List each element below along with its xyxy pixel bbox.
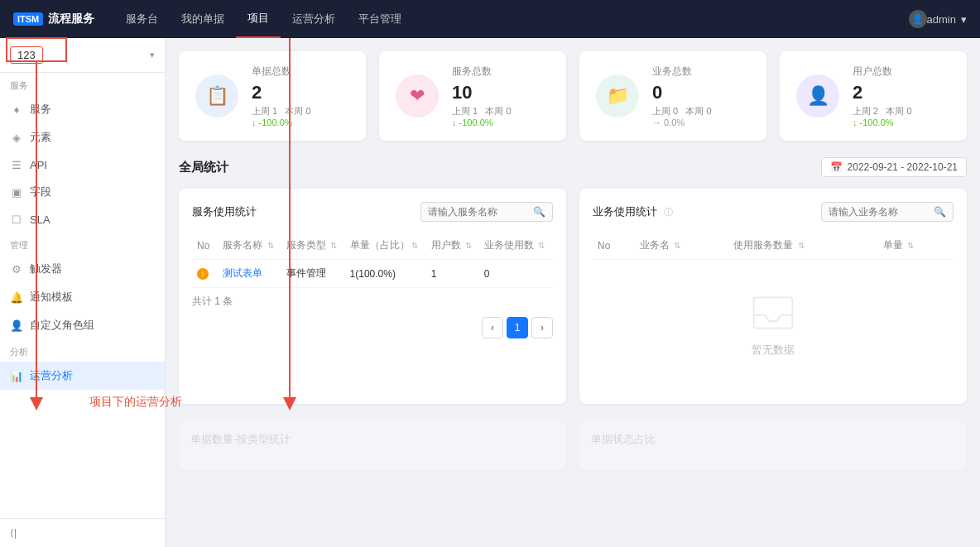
service-search-icon: 🔍 [533, 206, 545, 218]
col-ticket-volume[interactable]: 单量 ⇅ [878, 232, 954, 260]
collapse-button[interactable]: ⟨| [10, 527, 155, 539]
sidebar-item-operations-analysis[interactable]: 📊 运营分析 [0, 362, 165, 390]
user-icon: 👤 [909, 10, 927, 28]
notify-icon: 🔔 [10, 290, 23, 304]
nav-right: 👤 admin ▾ [909, 10, 967, 28]
col-no: No [192, 232, 218, 260]
cell-no: i [192, 260, 218, 288]
sidebar-item-triggers[interactable]: ⚙ 触发器 [0, 255, 165, 283]
service-table-header: 服务使用统计 🔍 [192, 202, 553, 222]
sidebar-item-triggers-label: 触发器 [30, 262, 62, 276]
sidebar-item-api-label: API [30, 159, 47, 171]
nav-item-project[interactable]: 项目 [236, 0, 281, 38]
col-business-name[interactable]: 业务名 ⇅ [635, 232, 729, 260]
top-nav: ITSM 流程服务 服务台 我的单据 项目 运营分析 平台管理 👤 admin … [0, 0, 980, 38]
col-service-name[interactable]: 服务名称 ⇅ [218, 232, 281, 260]
sidebar-item-fields[interactable]: ▣ 字段 [0, 178, 165, 206]
sidebar-item-operations-analysis-label: 运营分析 [30, 368, 73, 383]
business-table-tooltip-icon: ⓘ [664, 207, 673, 217]
stat-card-services: ❤ 服务总数 10 上周 1 本周 0 ↓ -100.0% [379, 51, 566, 141]
business-icon: 📁 [596, 74, 639, 118]
services-label: 服务总数 [452, 65, 512, 79]
info-icon: i [197, 268, 209, 280]
nav-item-platform[interactable]: 平台管理 [347, 0, 413, 38]
cell-business-usage: 0 [479, 260, 553, 288]
elements-icon: ◈ [10, 131, 23, 144]
sidebar-item-fields-label: 字段 [30, 185, 51, 199]
service-icon: ♦ [10, 103, 23, 116]
table-row: i 测试表单 事件管理 1(100.0%) 1 0 [192, 260, 553, 288]
col-business-usage[interactable]: 业务使用数 ⇅ [479, 232, 553, 260]
calendar-icon: 📅 [830, 161, 843, 173]
sidebar-item-service-label: 服务 [30, 102, 51, 117]
sidebar-item-elements-label: 元素 [30, 130, 51, 145]
sidebar-item-elements[interactable]: ◈ 元素 [0, 123, 165, 151]
service-search-input[interactable] [428, 206, 528, 218]
fields-icon: ▣ [10, 185, 23, 199]
sidebar-header: 123 ▾ [0, 38, 165, 73]
cell-ticket-count: 1(100.0%) [345, 260, 426, 288]
business-search-input[interactable] [829, 206, 929, 218]
col-no: No [593, 232, 635, 260]
collapse-icon: ⟨| [10, 527, 17, 539]
roles-icon: 👤 [10, 319, 23, 332]
triggers-icon: ⚙ [10, 262, 23, 276]
nav-item-my-tickets[interactable]: 我的单据 [170, 0, 236, 38]
services-icon: ❤ [396, 74, 439, 118]
users-last-week: 上周 2 本周 0 [853, 105, 912, 118]
services-last-week: 上周 1 本周 0 [452, 105, 512, 118]
logo-text: 流程服务 [48, 12, 94, 26]
service-search[interactable]: 🔍 [420, 202, 553, 222]
business-change: → 0.0% [652, 118, 712, 127]
cell-service-type: 事件管理 [281, 260, 345, 288]
sidebar-item-sla[interactable]: ☐ SLA [0, 206, 165, 233]
business-last-week: 上周 0 本周 0 [652, 105, 712, 118]
tickets-value: 2 [252, 82, 311, 103]
total-count: 共计 1 条 [192, 295, 553, 309]
col-service-type[interactable]: 服务类型 ⇅ [281, 232, 345, 260]
pagination: ‹ 1 › [192, 317, 553, 338]
tickets-last-week: 上周 1 本周 0 [252, 105, 311, 118]
sidebar-section-service: 服务 [0, 73, 165, 95]
app-layout: 123 ▾ 服务 ♦ 服务 ◈ 元素 ☰ API ▣ 字段 ☐ SLA 管理 ⚙… [0, 38, 980, 547]
service-name-link[interactable]: 测试表单 [223, 267, 262, 279]
sidebar-project-title[interactable]: 123 [10, 46, 43, 64]
chevron-down-icon: ▾ [150, 50, 155, 60]
service-table-title: 服务使用统计 [192, 204, 257, 219]
nav-item-service-desk[interactable]: 服务台 [114, 0, 170, 38]
sidebar-item-api[interactable]: ☰ API [0, 151, 165, 178]
sidebar-item-roles-label: 自定义角色组 [30, 318, 94, 333]
empty-text: 暂无数据 [752, 343, 795, 357]
col-service-usage-count[interactable]: 使用服务数量 ⇅ [728, 232, 877, 260]
sidebar-item-roles[interactable]: 👤 自定义角色组 [0, 311, 165, 339]
sidebar-item-sla-label: SLA [30, 214, 50, 226]
user-label[interactable]: admin ▾ [927, 13, 967, 26]
nav-item-operations[interactable]: 运营分析 [281, 0, 347, 38]
stat-card-users: 👤 用户总数 2 上周 2 本周 0 ↓ -100.0% [780, 51, 967, 141]
sidebar-section-analysis: 分析 [0, 339, 165, 362]
business-search[interactable]: 🔍 [821, 202, 954, 222]
operations-analysis-icon: 📊 [10, 369, 23, 382]
service-usage-table: No 服务名称 ⇅ 服务类型 ⇅ 单量（占比）⇅ 用户数 ⇅ 业务使用数 ⇅ i [192, 232, 553, 288]
users-change: ↓ -100.0% [853, 118, 912, 127]
prev-page-button[interactable]: ‹ [482, 317, 503, 338]
next-page-button[interactable]: › [531, 317, 553, 338]
sidebar-item-service[interactable]: ♦ 服务 [0, 95, 165, 123]
stats-tables: 服务使用统计 🔍 No 服务名称 ⇅ 服务类型 ⇅ 单量（占比）⇅ 用户数 ⇅ [179, 189, 967, 404]
col-user-count[interactable]: 用户数 ⇅ [426, 232, 479, 260]
bottom-right-chart-title: 单据状态占比 [591, 433, 656, 445]
business-search-icon: 🔍 [934, 206, 946, 218]
sidebar-section-manage: 管理 [0, 233, 165, 255]
sidebar-item-notify[interactable]: 🔔 通知模板 [0, 283, 165, 311]
empty-inbox-icon [750, 293, 796, 333]
tickets-label: 单据总数 [252, 65, 311, 79]
cell-user-count: 1 [426, 260, 479, 288]
users-icon: 👤 [796, 74, 839, 118]
logo: ITSM 流程服务 [13, 12, 94, 26]
col-ticket-count[interactable]: 单量（占比）⇅ [345, 232, 426, 260]
stats-row: 📋 单据总数 2 上周 1 本周 0 ↓ -100.0% ❤ 服务总数 [179, 51, 967, 141]
date-range-picker[interactable]: 📅 2022-09-21 - 2022-10-21 [821, 157, 967, 177]
sidebar: 123 ▾ 服务 ♦ 服务 ◈ 元素 ☰ API ▣ 字段 ☐ SLA 管理 ⚙… [0, 38, 166, 547]
page-1-button[interactable]: 1 [507, 317, 528, 338]
nav-items: 服务台 我的单据 项目 运营分析 平台管理 [114, 0, 908, 38]
